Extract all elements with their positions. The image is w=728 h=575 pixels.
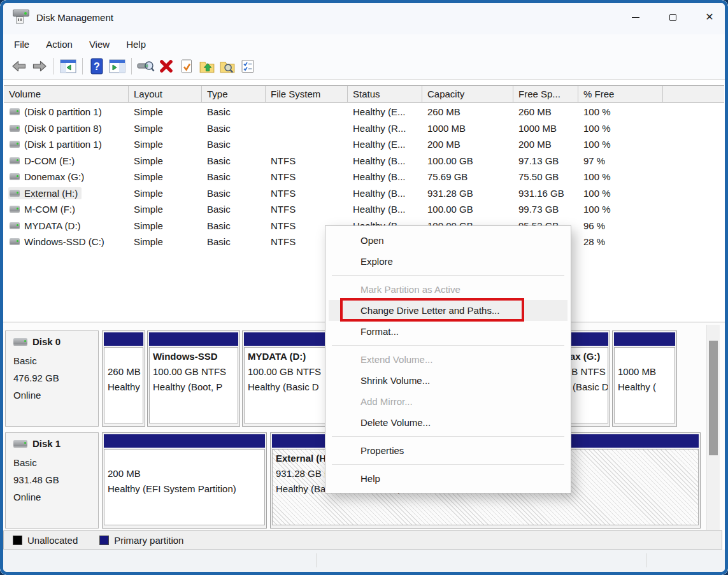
menu-item-format[interactable]: Format... <box>325 321 571 342</box>
menu-item-shrink-volume[interactable]: Shrink Volume... <box>325 370 571 391</box>
legend-swatch-primary <box>99 536 109 545</box>
task-checklist-icon[interactable] <box>238 57 258 76</box>
status-separator <box>646 553 647 567</box>
forward-icon[interactable] <box>29 57 50 76</box>
scrollbar-thumb[interactable] <box>709 341 718 455</box>
vertical-scrollbar[interactable] <box>706 325 720 530</box>
column-header-free-space[interactable]: Free Sp... <box>513 86 578 102</box>
close-icon: ✕ <box>705 12 713 22</box>
window-title: Disk Management <box>36 12 113 23</box>
partition-disk0-260mb[interactable]: 260 MBHealthy ( <box>102 330 145 427</box>
column-header-layout[interactable]: Layout <box>129 86 202 102</box>
menu-view[interactable]: View <box>81 36 118 52</box>
svg-text:?: ? <box>94 61 100 72</box>
column-header-status[interactable]: Status <box>348 86 422 102</box>
disk-management-window: Disk Management ✕ File Action View Help … <box>0 0 728 575</box>
volume-icon <box>10 141 20 148</box>
title-bar: Disk Management ✕ <box>0 0 728 34</box>
volume-row-disk0-partition1[interactable]: (Disk 0 partition 1) Simple Basic Health… <box>4 104 724 120</box>
volume-icon <box>10 238 20 245</box>
volume-icon <box>10 190 20 197</box>
annotation-red-box <box>340 298 524 322</box>
menu-item-properties[interactable]: Properties <box>325 440 571 461</box>
legend-label-unallocated: Unallocated <box>27 535 78 546</box>
column-header-file-system[interactable]: File System <box>266 86 348 102</box>
volume-list-header: Volume Layout Type File System Status Ca… <box>4 85 724 103</box>
partition-color-bar <box>104 332 143 346</box>
volume-row-disk0-partition8[interactable]: (Disk 0 partition 8) Simple Basic Health… <box>4 120 724 137</box>
menu-item-mark-partition-active: Mark Partition as Active <box>325 279 571 300</box>
volume-icon <box>10 125 20 132</box>
partition-disk0-1000mb[interactable]: 1000 MBHealthy ( <box>612 330 677 427</box>
volume-row-disk1-partition1[interactable]: (Disk 1 partition 1) Simple Basic Health… <box>4 136 724 153</box>
minimize-icon <box>632 17 639 18</box>
partition-color-bar <box>614 332 675 346</box>
menu-separator <box>325 272 571 279</box>
check-properties-icon[interactable] <box>176 57 197 76</box>
toolbar-separator <box>82 58 83 75</box>
upload-folder-icon[interactable] <box>197 57 217 76</box>
menu-separator <box>325 433 571 440</box>
legend-label-primary: Primary partition <box>114 535 183 546</box>
menu-item-explore[interactable]: Explore <box>325 251 571 272</box>
menu-item-extend-volume: Extend Volume... <box>325 349 571 370</box>
delete-icon[interactable] <box>156 57 176 76</box>
legend-bar: Unallocated Primary partition <box>3 530 722 550</box>
disk-icon <box>13 440 27 448</box>
column-header-pct-free[interactable]: % Free <box>578 86 663 102</box>
rescan-disks-icon[interactable] <box>136 57 156 76</box>
volume-row-mcom[interactable]: M-COM (F:) Simple Basic NTFS Healthy (B.… <box>4 201 724 218</box>
minimize-button[interactable] <box>617 0 654 34</box>
volume-icon <box>10 108 20 115</box>
partition-color-bar <box>149 332 238 346</box>
disk1-label-panel[interactable]: Disk 1 Basic 931.48 GB Online <box>5 432 99 529</box>
legend-swatch-unallocated <box>13 536 22 545</box>
disk-icon <box>13 338 27 346</box>
search-folder-icon[interactable] <box>217 57 238 76</box>
menu-separator <box>325 461 571 468</box>
partition-color-bar <box>244 332 328 346</box>
status-bar <box>0 550 728 575</box>
show-console-tree-icon[interactable] <box>58 57 78 76</box>
disk0-label-panel[interactable]: Disk 0 Basic 476.92 GB Online <box>5 330 99 427</box>
volume-icon <box>10 173 20 180</box>
volume-row-external-selected[interactable]: External (H:) Simple Basic NTFS Healthy … <box>4 185 724 202</box>
menu-file[interactable]: File <box>6 36 38 52</box>
column-header-blank <box>663 86 724 102</box>
close-button[interactable]: ✕ <box>691 0 728 34</box>
partition-disk0-windows-ssd[interactable]: Windows-SSD100.00 GB NTFSHealthy (Boot, … <box>147 330 240 427</box>
menu-item-delete-volume[interactable]: Delete Volume... <box>325 412 571 433</box>
column-header-capacity[interactable]: Capacity <box>422 86 513 102</box>
toolbar: ? <box>0 53 728 80</box>
show-action-pane-icon[interactable] <box>107 57 127 76</box>
help-icon[interactable]: ? <box>87 57 107 76</box>
menu-item-help[interactable]: Help <box>325 468 571 489</box>
menu-help[interactable]: Help <box>118 36 154 52</box>
volume-icon <box>10 222 20 229</box>
menu-action[interactable]: Action <box>38 36 81 52</box>
status-separator <box>316 553 317 567</box>
menu-item-add-mirror: Add Mirror... <box>325 391 571 412</box>
volume-icon <box>10 206 20 213</box>
menu-separator <box>325 342 571 349</box>
back-icon[interactable] <box>9 57 29 76</box>
partition-disk0-mydata[interactable]: MYDATA (D:)100.00 GB NTFSHealthy (Basic … <box>242 330 330 427</box>
menu-bar: File Action View Help <box>0 34 728 53</box>
volume-row-dcom[interactable]: D-COM (E:) Simple Basic NTFS Healthy (B.… <box>4 153 724 169</box>
volume-row-donemax[interactable]: Donemax (G:) Simple Basic NTFS Healthy (… <box>4 169 724 185</box>
volume-icon <box>10 157 20 164</box>
toolbar-separator <box>131 58 132 75</box>
maximize-icon <box>669 14 676 21</box>
toolbar-separator <box>54 58 54 75</box>
column-header-volume[interactable]: Volume <box>4 86 129 102</box>
partition-color-bar <box>104 434 265 448</box>
context-menu: Open Explore Mark Partition as Active Ch… <box>325 225 571 493</box>
menu-item-open[interactable]: Open <box>325 230 571 251</box>
app-icon <box>13 9 29 25</box>
partition-disk1-efi[interactable]: 200 MBHealthy (EFI System Partition) <box>102 432 267 529</box>
maximize-button[interactable] <box>654 0 691 34</box>
column-header-type[interactable]: Type <box>202 86 266 102</box>
